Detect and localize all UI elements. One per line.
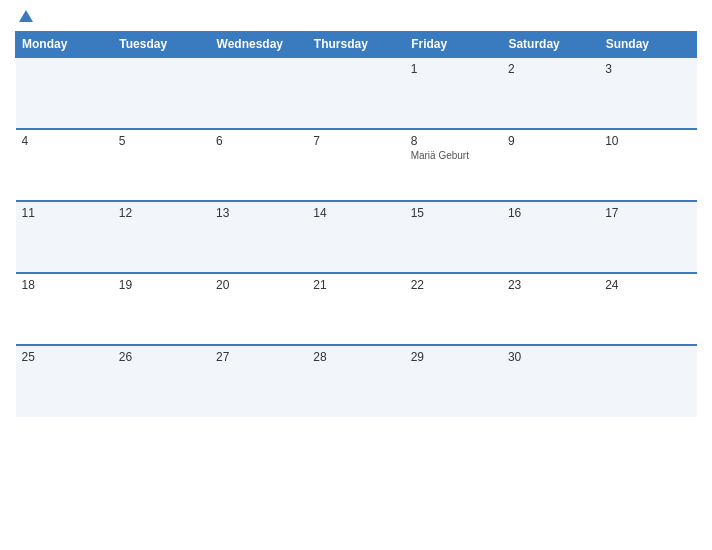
day-number: 2 [508, 62, 593, 76]
day-number: 26 [119, 350, 204, 364]
day-number: 27 [216, 350, 301, 364]
day-number: 11 [22, 206, 107, 220]
day-number: 22 [411, 278, 496, 292]
day-number: 19 [119, 278, 204, 292]
calendar-week-row: 252627282930 [16, 345, 697, 417]
calendar-cell [113, 57, 210, 129]
calendar-cell: 30 [502, 345, 599, 417]
calendar-cell: 1 [405, 57, 502, 129]
calendar-cell: 4 [16, 129, 113, 201]
calendar-cell: 25 [16, 345, 113, 417]
weekday-header-monday: Monday [16, 32, 113, 58]
calendar-cell [16, 57, 113, 129]
holiday-label: Mariä Geburt [411, 150, 496, 161]
logo [15, 10, 33, 23]
day-number: 20 [216, 278, 301, 292]
calendar-cell: 13 [210, 201, 307, 273]
calendar-cell: 20 [210, 273, 307, 345]
calendar-cell: 15 [405, 201, 502, 273]
day-number: 7 [313, 134, 398, 148]
calendar-table: MondayTuesdayWednesdayThursdayFridaySatu… [15, 31, 697, 417]
weekday-header-row: MondayTuesdayWednesdayThursdayFridaySatu… [16, 32, 697, 58]
page: MondayTuesdayWednesdayThursdayFridaySatu… [0, 0, 712, 550]
calendar-cell [599, 345, 696, 417]
weekday-header-friday: Friday [405, 32, 502, 58]
calendar-cell: 17 [599, 201, 696, 273]
calendar-cell: 3 [599, 57, 696, 129]
calendar-cell: 8Mariä Geburt [405, 129, 502, 201]
day-number: 5 [119, 134, 204, 148]
calendar-cell: 14 [307, 201, 404, 273]
calendar-cell: 18 [16, 273, 113, 345]
day-number: 9 [508, 134, 593, 148]
day-number: 30 [508, 350, 593, 364]
day-number: 21 [313, 278, 398, 292]
header [15, 10, 697, 23]
day-number: 16 [508, 206, 593, 220]
calendar-cell: 23 [502, 273, 599, 345]
logo-blue-row [15, 10, 33, 23]
day-number: 6 [216, 134, 301, 148]
calendar-cell: 22 [405, 273, 502, 345]
calendar-cell: 16 [502, 201, 599, 273]
calendar-cell: 7 [307, 129, 404, 201]
day-number: 13 [216, 206, 301, 220]
weekday-header-wednesday: Wednesday [210, 32, 307, 58]
day-number: 17 [605, 206, 690, 220]
day-number: 3 [605, 62, 690, 76]
calendar-cell: 5 [113, 129, 210, 201]
day-number: 23 [508, 278, 593, 292]
calendar-cell: 29 [405, 345, 502, 417]
calendar-week-row: 45678Mariä Geburt910 [16, 129, 697, 201]
logo-triangle-icon [19, 10, 33, 22]
day-number: 28 [313, 350, 398, 364]
calendar-cell: 21 [307, 273, 404, 345]
day-number: 29 [411, 350, 496, 364]
calendar-week-row: 11121314151617 [16, 201, 697, 273]
calendar-cell: 28 [307, 345, 404, 417]
day-number: 14 [313, 206, 398, 220]
calendar-cell: 6 [210, 129, 307, 201]
calendar-cell [307, 57, 404, 129]
calendar-cell: 27 [210, 345, 307, 417]
day-number: 25 [22, 350, 107, 364]
day-number: 8 [411, 134, 496, 148]
day-number: 4 [22, 134, 107, 148]
calendar-cell: 10 [599, 129, 696, 201]
weekday-header-saturday: Saturday [502, 32, 599, 58]
calendar-cell: 11 [16, 201, 113, 273]
calendar-cell: 9 [502, 129, 599, 201]
weekday-header-tuesday: Tuesday [113, 32, 210, 58]
weekday-header-thursday: Thursday [307, 32, 404, 58]
day-number: 18 [22, 278, 107, 292]
day-number: 1 [411, 62, 496, 76]
day-number: 15 [411, 206, 496, 220]
calendar-cell: 12 [113, 201, 210, 273]
calendar-cell: 24 [599, 273, 696, 345]
day-number: 24 [605, 278, 690, 292]
calendar-cell: 19 [113, 273, 210, 345]
calendar-cell: 26 [113, 345, 210, 417]
calendar-cell: 2 [502, 57, 599, 129]
weekday-header-sunday: Sunday [599, 32, 696, 58]
calendar-week-row: 123 [16, 57, 697, 129]
calendar-week-row: 18192021222324 [16, 273, 697, 345]
calendar-cell [210, 57, 307, 129]
day-number: 12 [119, 206, 204, 220]
day-number: 10 [605, 134, 690, 148]
